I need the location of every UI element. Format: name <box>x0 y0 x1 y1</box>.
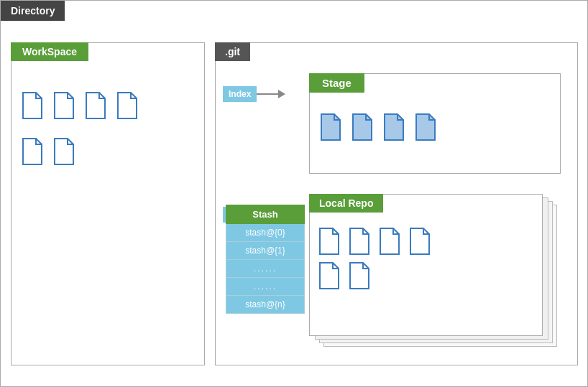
stash-row-dots1: ...... <box>226 260 305 278</box>
stage-label: Stage <box>309 73 364 93</box>
local-repo-main: Local Repo <box>309 194 543 336</box>
file-icon <box>382 113 406 141</box>
local-repo-files-row1 <box>310 220 542 256</box>
arrow-head <box>278 90 285 98</box>
file-icon <box>20 137 45 166</box>
stash-header: Stash <box>226 205 305 224</box>
main-container: Directory WorkSpace <box>0 0 588 387</box>
stage-files <box>310 104 560 150</box>
title-text: Directory <box>11 5 55 17</box>
title-bar: Directory <box>1 1 65 21</box>
stash-row-n: stash@{n} <box>226 296 305 314</box>
local-repo-stack-container: Local Repo <box>309 194 568 352</box>
stash-panel: Stash stash@{0} stash@{1} ...... ...... … <box>226 205 305 314</box>
file-icon <box>377 227 402 256</box>
stage-panel: Stage <box>309 73 561 174</box>
file-icon <box>347 261 372 290</box>
index-arrow: Index <box>223 86 285 102</box>
file-icon <box>347 227 372 256</box>
stash-row-dots2: ...... <box>226 278 305 296</box>
git-label: .git <box>215 42 250 61</box>
file-icon <box>350 113 375 141</box>
workspace-panel: WorkSpace <box>11 42 205 365</box>
file-icon <box>318 113 343 141</box>
file-icon <box>52 91 76 120</box>
workspace-label: WorkSpace <box>11 42 88 61</box>
stash-row-1: stash@{1} <box>226 242 305 260</box>
file-icon <box>20 91 45 120</box>
arrow-line <box>257 93 278 95</box>
index-tag: Index <box>223 86 257 102</box>
local-repo-label: Local Repo <box>309 194 383 213</box>
file-icon <box>317 261 341 290</box>
git-panel: .git Index Stage <box>215 42 578 365</box>
file-icon <box>52 137 76 166</box>
file-icon <box>83 91 108 120</box>
file-icon <box>317 227 341 256</box>
stash-row-0: stash@{0} <box>226 224 305 242</box>
workspace-files-row1 <box>12 83 204 129</box>
file-icon <box>115 91 139 120</box>
local-repo-files-row2 <box>310 256 542 290</box>
file-icon <box>413 113 438 141</box>
file-icon <box>408 227 432 256</box>
workspace-files-row2 <box>12 129 204 174</box>
